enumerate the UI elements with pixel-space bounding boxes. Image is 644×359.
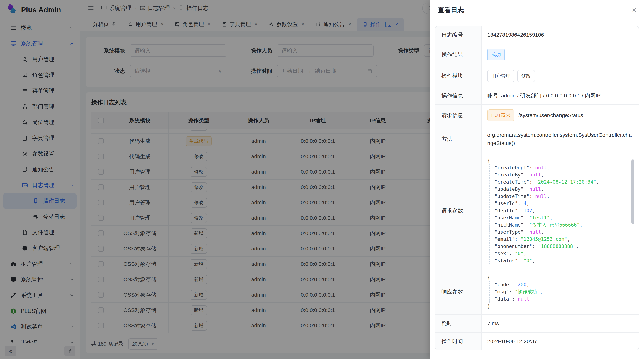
response-params-code: {"code": 200,"msg": "操作成功","data": null} xyxy=(487,274,633,310)
detail-row-request-params: 请求参数 {"createDept": null,"createBy": nul… xyxy=(436,152,639,269)
detail-row-module: 操作模块 用户管理 修改 xyxy=(436,65,639,87)
request-url: /system/user/changeStatus xyxy=(518,111,583,119)
detail-row-result: 操作结果 成功 xyxy=(436,44,639,65)
detail-row-info: 操作信息 账号: admin / 研发部门 / 0:0:0:0:0:0:0:1 … xyxy=(436,87,639,105)
drawer-header: 查看日志 × xyxy=(430,0,644,20)
http-method-tag: PUT请求 xyxy=(487,109,514,121)
module-tag: 用户管理 xyxy=(487,70,514,82)
log-id-value: 1842781986426159106 xyxy=(482,26,639,44)
operation-info-value: 账号: admin / 研发部门 / 0:0:0:0:0:0:0:1 / 内网I… xyxy=(482,87,639,104)
close-icon[interactable]: × xyxy=(632,6,636,14)
drawer-title: 查看日志 xyxy=(438,5,464,14)
result-tag: 成功 xyxy=(487,49,505,60)
java-method-value: org.dromara.system.controller.system.Sys… xyxy=(482,126,639,152)
view-log-drawer: 查看日志 × 日志编号 1842781986426159106 操作结果 成功 … xyxy=(430,0,644,359)
operation-time-value: 2024-10-06 12:20:37 xyxy=(482,333,639,350)
drawer-body: 日志编号 1842781986426159106 操作结果 成功 操作模块 用户… xyxy=(430,20,644,356)
detail-row-response-params: 响应参数 {"code": 200,"msg": "操作成功","data": … xyxy=(436,269,639,315)
log-detail-table: 日志编号 1842781986426159106 操作结果 成功 操作模块 用户… xyxy=(435,26,639,351)
request-params-code[interactable]: {"createDept": null,"createBy": null,"cr… xyxy=(487,157,633,264)
code-scrollbar[interactable] xyxy=(632,159,634,224)
detail-row-operation-time: 操作时间 2024-10-06 12:20:37 xyxy=(436,333,639,350)
detail-row-duration: 耗时 7 ms xyxy=(436,315,639,333)
detail-row-request: 请求信息 PUT请求 /system/user/changeStatus xyxy=(436,105,639,126)
module-action-tag: 修改 xyxy=(517,70,535,82)
detail-row-method: 方法 org.dromara.system.controller.system.… xyxy=(436,126,639,152)
detail-row-log-id: 日志编号 1842781986426159106 xyxy=(436,26,639,44)
duration-value: 7 ms xyxy=(482,315,639,332)
